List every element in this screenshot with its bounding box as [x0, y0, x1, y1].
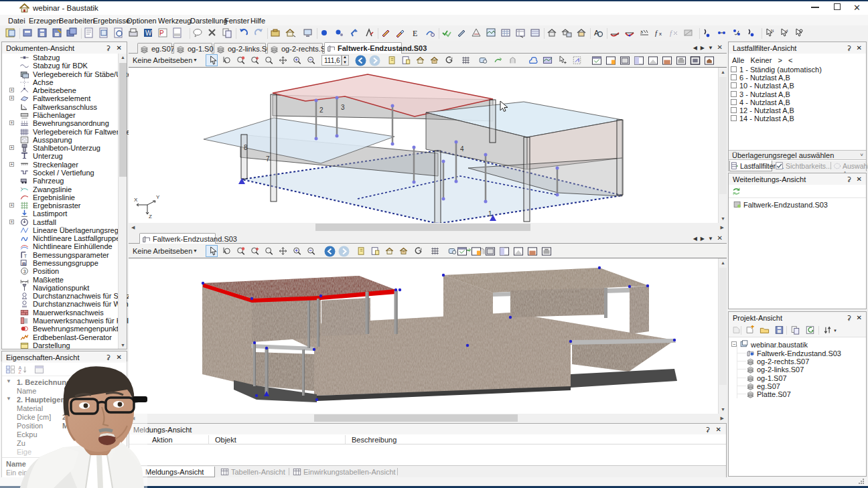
svg-text:P: P: [159, 29, 164, 37]
svg-text:x: x: [659, 31, 662, 37]
svg-text:2: 2: [319, 106, 323, 114]
svg-text:f: f: [670, 29, 673, 37]
svg-text:X: X: [134, 197, 138, 203]
svg-text:3: 3: [23, 269, 26, 274]
svg-text:1: 1: [488, 210, 492, 218]
svg-text:7: 7: [266, 155, 270, 163]
svg-text:N: N: [771, 29, 774, 33]
svg-text:T: T: [24, 254, 27, 258]
svg-text:Y: Y: [156, 194, 160, 200]
svg-text:8: 8: [244, 144, 248, 151]
svg-text:Z: Z: [640, 30, 643, 34]
svg-text:W: W: [145, 29, 152, 37]
svg-text:f: f: [655, 29, 658, 37]
svg-text:Z: Z: [149, 214, 152, 220]
svg-text:d: d: [786, 29, 788, 33]
svg-text:4: 4: [460, 145, 464, 153]
svg-text:3: 3: [341, 104, 345, 111]
svg-text:E: E: [413, 29, 417, 38]
